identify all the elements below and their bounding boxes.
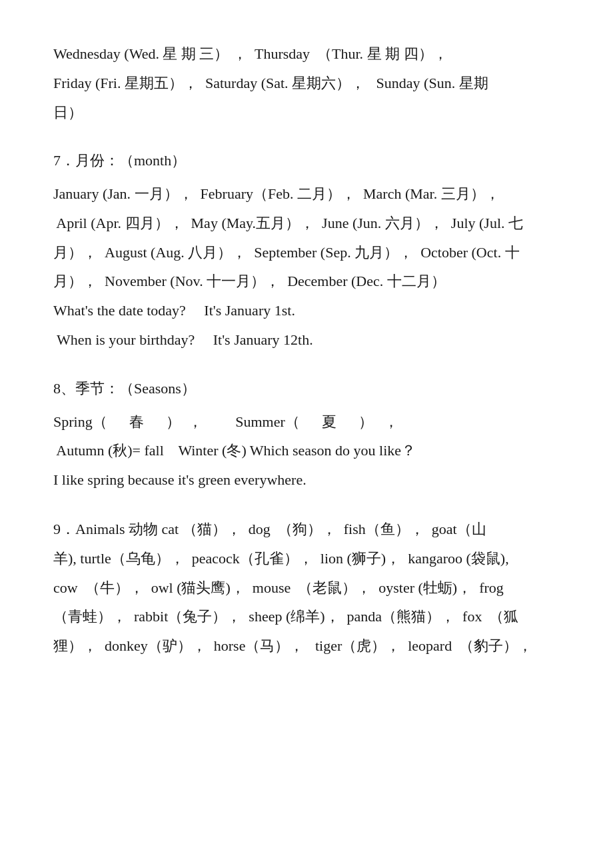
animals-line-3: （青蛙）， rabbit（兔子）， sheep (绵羊)， panda（熊猫），… <box>53 603 560 631</box>
months-line-1: January (Jan. 一月）， February（Feb. 二月）， Ma… <box>53 180 560 208</box>
seasons-line-1: Spring（ 春 ） ， Summer（ 夏 ） ， <box>53 408 560 436</box>
months-title: 7．月份：（month） <box>53 147 560 175</box>
months-birthday-question: When is your birthday? It's January 12th… <box>53 326 560 354</box>
months-date-question: What's the date today? It's January 1st. <box>53 297 560 325</box>
seasons-line-2: Autumn (秋)= fall Winter (冬) Which season… <box>53 437 560 465</box>
animals-line-4: 狸）， donkey（驴）， horse（马）， tiger（虎）， leopa… <box>53 632 560 660</box>
months-line-2: April (Apr. 四月）， May (May.五月）， June (Jun… <box>53 209 560 237</box>
months-section: 7．月份：（month） January (Jan. 一月）， February… <box>53 147 560 353</box>
animals-title-line: 9．Animals 动物 cat （猫）， dog （狗）， fish（鱼）， … <box>53 515 560 543</box>
days-line-1: Wednesday (Wed. 星 期 三） ， Thursday （Thur.… <box>53 40 560 68</box>
seasons-title: 8、季节：（Seasons） <box>53 375 560 403</box>
animals-line-1: 羊), turtle（乌龟）， peacock（孔雀）， lion (狮子)， … <box>53 545 560 573</box>
months-line-3: 月）， August (Aug. 八月）， September (Sep. 九月… <box>53 239 560 267</box>
seasons-section: 8、季节：（Seasons） Spring（ 春 ） ， Summer（ 夏 ）… <box>53 375 560 494</box>
days-line-2: Friday (Fri. 星期五）， Saturday (Sat. 星期六）， … <box>53 69 560 97</box>
animals-line-2: cow （牛）， owl (猫头鹰)， mouse （老鼠）， oyster (… <box>53 574 560 602</box>
months-line-4: 月）， November (Nov. 十一月）， December (Dec. … <box>53 267 560 295</box>
seasons-line-3: I like spring because it's green everywh… <box>53 466 560 494</box>
page-content: Wednesday (Wed. 星 期 三） ， Thursday （Thur.… <box>53 40 560 660</box>
animals-section: 9．Animals 动物 cat （猫）， dog （狗）， fish（鱼）， … <box>53 515 560 660</box>
days-continuation-section: Wednesday (Wed. 星 期 三） ， Thursday （Thur.… <box>53 40 560 126</box>
days-line-3: 日） <box>53 99 560 127</box>
